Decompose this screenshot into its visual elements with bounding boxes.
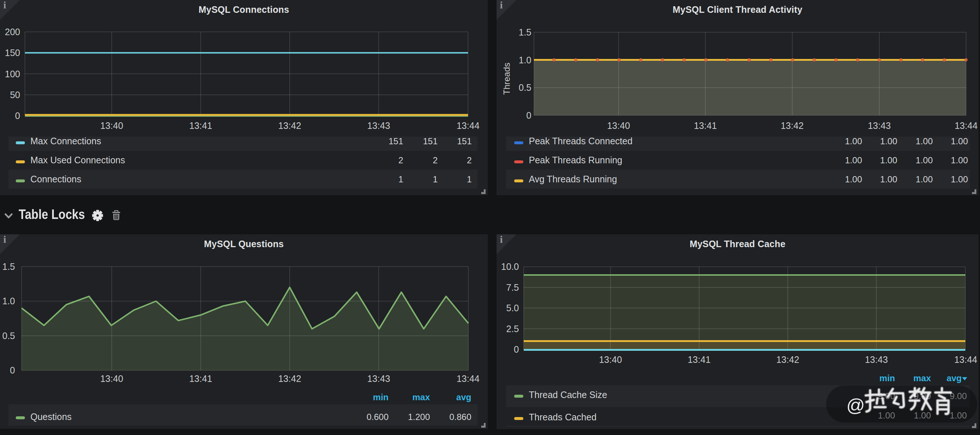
svg-text:@: @ <box>846 395 865 416</box>
svg-text:Threads: Threads <box>502 63 512 95</box>
